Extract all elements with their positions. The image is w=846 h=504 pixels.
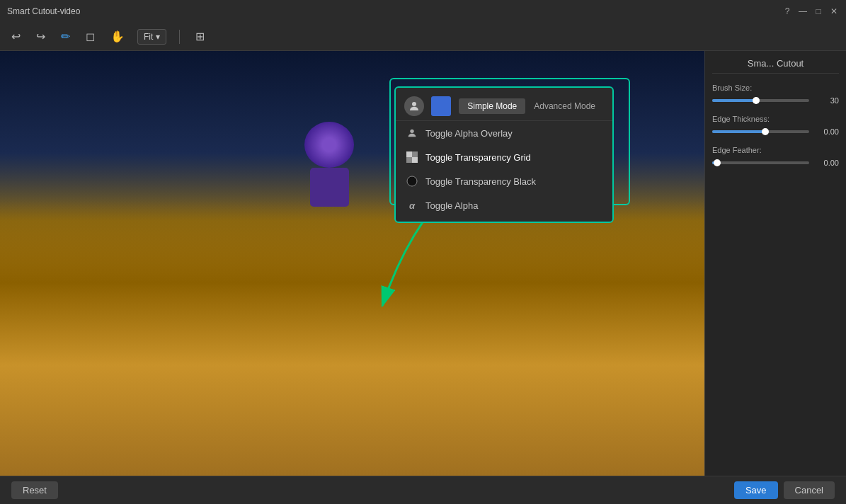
svg-rect-6 — [406, 157, 412, 163]
edge-thickness-track[interactable] — [712, 130, 809, 133]
canvas-sand — [0, 200, 704, 476]
right-panel: Sma... Cutout Brush Size: 30 Edge Thickn… — [704, 51, 846, 476]
mode-tabs: Simple Mode Advanced Mode — [459, 98, 604, 114]
redo-button[interactable]: ↪ — [33, 27, 48, 46]
edge-thickness-label: Edge Thickness: — [712, 115, 839, 123]
brush-size-slider-row: 30 — [712, 96, 839, 105]
edge-feather-row: Edge Feather: 0.00 — [712, 146, 839, 167]
main-layout: Simple Mode Advanced Mode Toggle Alpha O… — [0, 51, 846, 476]
reset-button[interactable]: Reset — [11, 481, 58, 499]
edge-feather-label: Edge Feather: — [712, 146, 839, 154]
toggle-alpha-overlay-label: Toggle Alpha Overlay — [425, 128, 513, 139]
toggle-transparency-black-item[interactable]: Toggle Transparency Black — [396, 169, 612, 193]
fit-chevron-icon: ▾ — [156, 32, 160, 42]
toggle-alpha-overlay-item[interactable]: Toggle Alpha Overlay — [396, 121, 612, 145]
undo-button[interactable]: ↩ — [8, 27, 23, 46]
right-panel-header: Sma... Cutout — [712, 58, 839, 74]
right-panel-title: Sma... Cutout — [748, 58, 804, 69]
edge-feather-value: 0.00 — [813, 159, 839, 167]
brush-size-thumb[interactable] — [753, 97, 760, 104]
brush-size-value: 30 — [813, 96, 839, 105]
dropdown-popup: Simple Mode Advanced Mode Toggle Alpha O… — [394, 86, 614, 223]
simple-mode-tab[interactable]: Simple Mode — [459, 98, 525, 114]
edge-feather-track[interactable] — [712, 161, 809, 164]
toggle-alpha-label: Toggle Alpha — [425, 200, 478, 211]
brush-tool-button[interactable]: ✏ — [58, 27, 73, 46]
save-button[interactable]: Save — [734, 481, 778, 499]
fit-label: Fit — [144, 32, 153, 42]
minimize-button[interactable]: — — [798, 6, 808, 16]
help-button[interactable]: ? — [782, 6, 792, 16]
bottom-bar: Reset Save Cancel — [0, 476, 846, 504]
svg-rect-4 — [412, 157, 418, 163]
advanced-mode-tab[interactable]: Advanced Mode — [525, 98, 604, 114]
fit-dropdown[interactable]: Fit ▾ — [137, 29, 166, 45]
title-bar: Smart Cutout-video ? — □ ✕ — [0, 0, 846, 23]
figure-head — [304, 122, 354, 168]
pan-tool-button[interactable]: ✋ — [108, 27, 127, 46]
toggle-transparency-grid-item[interactable]: Toggle Transparency Grid — [396, 145, 612, 169]
svg-rect-5 — [412, 151, 418, 157]
edge-thickness-thumb[interactable] — [762, 128, 769, 135]
toggle-alpha-overlay-icon — [406, 127, 418, 139]
toggle-alpha-item[interactable]: α Toggle Alpha — [396, 193, 612, 217]
toggle-alpha-icon: α — [406, 199, 418, 212]
brush-size-row: Brush Size: 30 — [712, 84, 839, 105]
edge-thickness-value: 0.00 — [813, 127, 839, 136]
view-toggle-button[interactable]: ⊞ — [193, 27, 207, 46]
popup-header: Simple Mode Advanced Mode — [396, 92, 612, 121]
toolbar-separator — [179, 30, 180, 44]
app-title: Smart Cutout-video — [7, 6, 80, 16]
cancel-button[interactable]: Cancel — [784, 481, 835, 499]
eraser-tool-button[interactable]: ◻ — [83, 27, 98, 46]
maximize-button[interactable]: □ — [813, 6, 823, 16]
svg-point-7 — [407, 176, 417, 186]
toggle-transparency-black-icon — [406, 175, 418, 188]
avatar-icon[interactable] — [404, 96, 424, 116]
subject-figure — [297, 122, 361, 207]
edge-thickness-fill — [712, 130, 765, 133]
brush-size-fill — [712, 99, 756, 102]
edge-feather-thumb[interactable] — [714, 159, 721, 166]
close-button[interactable]: ✕ — [829, 6, 839, 16]
toggle-transparency-grid-icon — [406, 151, 418, 164]
svg-point-1 — [412, 102, 416, 106]
window-controls: ? — □ ✕ — [782, 6, 839, 16]
edge-thickness-slider-row: 0.00 — [712, 127, 839, 136]
brush-size-track[interactable] — [712, 99, 809, 102]
right-actions: Save Cancel — [734, 481, 835, 499]
svg-point-2 — [410, 130, 413, 133]
toolbar: ↩ ↪ ✏ ◻ ✋ Fit ▾ ⊞ — [0, 23, 846, 51]
edge-thickness-row: Edge Thickness: 0.00 — [712, 115, 839, 136]
svg-rect-3 — [406, 151, 412, 157]
toggle-transparency-black-label: Toggle Transparency Black — [425, 176, 536, 187]
figure-body — [310, 168, 349, 207]
color-swatch[interactable] — [431, 96, 451, 116]
toggle-transparency-grid-label: Toggle Transparency Grid — [425, 152, 531, 163]
brush-size-label: Brush Size: — [712, 84, 839, 92]
canvas-area: Simple Mode Advanced Mode Toggle Alpha O… — [0, 51, 704, 476]
edge-feather-slider-row: 0.00 — [712, 159, 839, 167]
